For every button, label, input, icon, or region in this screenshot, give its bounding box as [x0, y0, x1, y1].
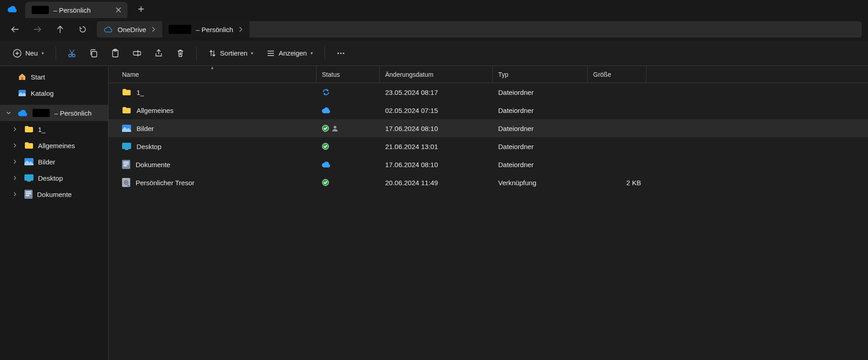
view-button[interactable]: Anzeigen ▾	[260, 44, 319, 62]
chevron-right-icon	[238, 27, 243, 32]
status-icons	[322, 107, 374, 113]
file-type: Dateiordner	[493, 143, 588, 150]
column-header-date[interactable]: Änderungsdatum	[380, 66, 493, 83]
cloud-outline-icon	[104, 26, 113, 33]
status-icons	[322, 179, 374, 186]
file-date: 21.06.2024 13:01	[380, 143, 493, 150]
file-date: 17.06.2024 08:10	[380, 125, 493, 132]
sidebar-item-label: – Persönlich	[54, 109, 92, 117]
sidebar-item-label: Desktop	[38, 174, 63, 182]
share-button[interactable]	[148, 44, 169, 62]
up-button[interactable]	[52, 21, 69, 38]
file-name: Desktop	[137, 143, 161, 150]
chevron-down-icon[interactable]	[6, 111, 14, 115]
svg-rect-23	[125, 149, 128, 150]
svg-point-21	[334, 126, 336, 129]
divider	[325, 47, 325, 60]
file-name: Persönlicher Tresor	[136, 179, 194, 187]
svg-point-31	[126, 182, 127, 183]
sidebar-tree-item[interactable]: Allgemeines	[0, 137, 108, 154]
file-size: 2 KB	[588, 179, 646, 187]
status-icons	[322, 125, 374, 132]
svg-rect-3	[92, 51, 97, 57]
svg-point-9	[343, 52, 344, 54]
sidebar-tree-item[interactable]: Dokumente	[0, 186, 108, 202]
column-header-size[interactable]: Größe	[588, 66, 646, 83]
breadcrumb-root[interactable]: OneDrive	[98, 21, 162, 37]
divider	[56, 47, 56, 60]
forward-button[interactable]	[29, 21, 46, 38]
home-icon	[18, 73, 26, 81]
onedrive-icon	[18, 109, 28, 117]
item-icon	[24, 174, 33, 182]
file-row[interactable]: Desktop21.06.2024 13:01Dateiordner	[108, 137, 868, 155]
svg-rect-13	[24, 174, 33, 181]
sidebar-tree-item[interactable]: Desktop	[0, 170, 108, 186]
svg-point-7	[337, 52, 339, 54]
svg-point-8	[340, 52, 341, 54]
sidebar-item-gallery[interactable]: Katalog	[0, 85, 108, 101]
file-row[interactable]: Bilder17.06.2024 08:10Dateiordner	[108, 119, 868, 137]
file-type: Verknüpfung	[493, 179, 588, 187]
svg-rect-14	[27, 181, 31, 182]
sidebar-item-label: Bilder	[38, 158, 55, 166]
chevron-right-icon[interactable]	[13, 159, 20, 164]
copy-button[interactable]	[83, 44, 104, 62]
file-row[interactable]: Allgemeines02.05.2024 07:15Dateiordner	[108, 101, 868, 119]
divider	[196, 47, 197, 60]
file-type: Dateiordner	[493, 107, 588, 114]
delete-button[interactable]	[170, 44, 191, 62]
column-header-name[interactable]: ▲ Name	[108, 66, 316, 83]
sidebar-item-start[interactable]: Start	[0, 69, 108, 85]
svg-rect-10	[21, 77, 23, 80]
chevron-right-icon[interactable]	[13, 143, 20, 148]
item-icon	[122, 143, 131, 150]
column-header-status[interactable]: Status	[316, 66, 380, 83]
chevron-right-icon[interactable]	[13, 192, 20, 196]
refresh-button[interactable]	[74, 21, 91, 38]
paste-button[interactable]	[105, 44, 126, 62]
window-tab[interactable]: – Persönlich	[25, 2, 127, 18]
sidebar-item-label: Dokumente	[37, 191, 72, 198]
status-icons	[322, 161, 374, 168]
cut-button[interactable]	[61, 44, 82, 62]
file-type: Dateiordner	[493, 161, 588, 168]
sort-button[interactable]: Sortieren ▾	[202, 44, 260, 62]
chevron-right-icon	[151, 27, 156, 32]
file-row[interactable]: 1_23.05.2024 08:17Dateiordner	[108, 83, 868, 101]
file-type: Dateiordner	[493, 125, 588, 132]
file-type: Dateiordner	[493, 89, 588, 96]
item-icon	[24, 190, 33, 199]
sidebar-tree-item[interactable]: 1_	[0, 121, 108, 137]
file-name: Allgemeines	[137, 107, 174, 114]
file-list: ▲ Name Status Änderungsdatum Typ Größe 1…	[108, 66, 868, 360]
svg-rect-26	[123, 162, 129, 163]
file-date: 02.05.2024 07:15	[380, 107, 493, 114]
chevron-right-icon[interactable]	[13, 127, 20, 131]
svg-rect-18	[26, 195, 29, 196]
sort-icon	[208, 49, 217, 57]
sidebar-item-label: Katalog	[31, 89, 54, 97]
redacted-text	[33, 109, 50, 117]
new-button[interactable]: Neu ▾	[6, 44, 50, 62]
sidebar-tree-item[interactable]: Bilder	[0, 154, 108, 170]
column-header-type[interactable]: Typ	[493, 66, 588, 83]
breadcrumb-item[interactable]: – Persönlich	[162, 21, 250, 37]
item-icon	[122, 160, 130, 169]
new-tab-button[interactable]	[132, 0, 150, 18]
more-button[interactable]	[330, 44, 351, 62]
close-tab-icon[interactable]	[116, 7, 121, 13]
file-row[interactable]: Dokumente17.06.2024 08:10Dateiordner	[108, 155, 868, 173]
breadcrumb-bar[interactable]: OneDrive – Persönlich	[97, 21, 862, 37]
sidebar-onedrive-root[interactable]: – Persönlich	[0, 105, 108, 121]
status-icons	[322, 143, 374, 150]
file-row[interactable]: Persönlicher Tresor20.06.2024 11:49Verkn…	[108, 173, 868, 192]
back-button[interactable]	[6, 21, 24, 38]
nav-bar: OneDrive – Persönlich	[0, 18, 868, 41]
chevron-right-icon[interactable]	[13, 176, 20, 180]
svg-rect-28	[123, 165, 127, 166]
rename-button[interactable]	[127, 44, 147, 62]
sidebar-item-label: Allgemeines	[38, 142, 75, 150]
svg-rect-27	[123, 164, 129, 164]
gallery-icon	[18, 89, 26, 97]
